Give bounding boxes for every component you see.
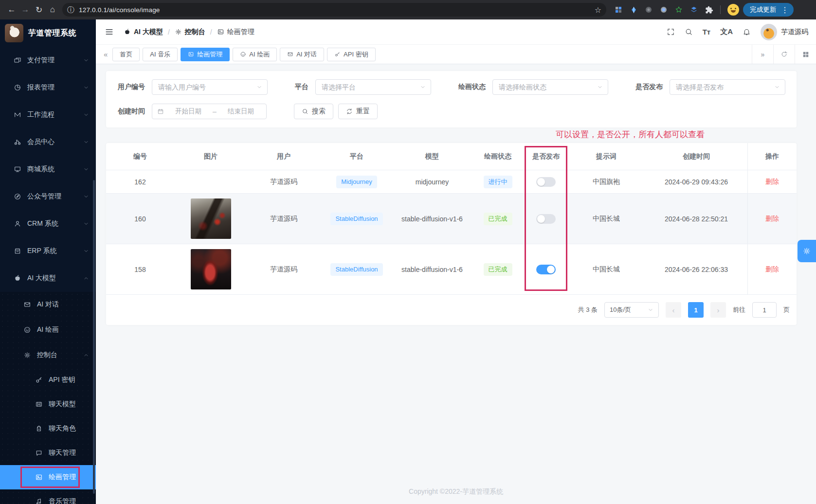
sidebar-scrollbar[interactable] [93,180,95,494]
fullscreen-icon[interactable] [667,28,675,36]
sidebar-item-image-manage[interactable]: 绘画管理 [0,465,96,489]
forward-icon[interactable]: → [18,3,32,17]
cell-created: 2024-06-29 09:43:26 [645,178,747,186]
cell-created: 2024-06-26 22:06:33 [645,266,747,273]
delete-button[interactable]: 删除 [765,178,779,186]
ext-kite-icon[interactable] [629,5,638,14]
cell-id: 162 [106,178,174,186]
tab-ai-chat[interactable]: AI 对话 [280,48,324,61]
tab-image-manage[interactable]: 绘画管理 [181,48,230,61]
refresh-tab-icon[interactable] [773,45,795,64]
reload-icon[interactable]: ↻ [32,3,46,17]
current-page-button[interactable]: 1 [688,302,704,318]
sidebar-item-chat-role[interactable]: 聊天角色 [0,416,96,441]
tab-ai-music[interactable]: AI 音乐 [143,48,178,61]
create-time-range-picker[interactable]: 开始日期 – 结束日期 [152,104,267,119]
ext-grid-icon[interactable] [614,5,623,14]
sidebar-item-ai-model[interactable]: AI 大模型 [0,265,96,292]
layout-grid-icon[interactable] [795,45,816,64]
sidebar-item-workflow[interactable]: 工作流程 [0,101,96,128]
home-icon[interactable]: ⌂ [46,3,59,17]
breadcrumb-console[interactable]: 控制台 [175,28,205,36]
site-info-icon[interactable]: ⓘ [67,5,74,15]
row-image-thumbnail[interactable] [191,249,231,289]
page-size-select[interactable]: 10条/页 [604,302,659,318]
col-user: 用户 [247,152,320,161]
end-date-placeholder: 结束日期 [220,107,261,116]
chat-bubble-icon [35,449,43,457]
cell-user: 芋道源码 [247,215,320,223]
chevron-down-icon [597,84,603,90]
sidebar-item-chat-model[interactable]: 聊天模型 [0,392,96,416]
chevron-down-icon [83,112,89,118]
user-id-select[interactable] [152,79,268,95]
breadcrumb-ai-model[interactable]: AI 大模型 [124,28,163,36]
cell-prompt: 中国长城 [567,215,645,223]
sidebar-item-console[interactable]: 控制台 [0,342,96,368]
platform-input[interactable] [322,83,420,91]
draw-status-input[interactable] [499,83,597,91]
publish-toggle[interactable] [536,265,556,274]
row-image-thumbnail[interactable] [191,198,231,239]
total-count: 共 3 条 [578,306,598,314]
tabs-scroll-right-icon[interactable]: » [752,45,773,64]
publish-select[interactable] [670,79,785,95]
tab-home[interactable]: 首页 [112,48,140,61]
tab-api-key[interactable]: API 密钥 [327,48,376,61]
chevron-down-icon [83,166,89,172]
ext-star-icon[interactable] [674,5,683,14]
sidebar-item-crm[interactable]: CRM 系统 [0,210,96,237]
tab-ai-draw[interactable]: AI 绘画 [233,48,277,61]
ext-layers-icon[interactable] [689,5,698,14]
sidebar-item-member[interactable]: 会员中心 [0,128,96,156]
pie-chart-icon [14,84,21,91]
language-icon[interactable]: 文A [720,27,733,36]
settings-fab-button[interactable] [798,240,816,262]
search-button[interactable]: 搜索 [294,104,333,119]
publish-toggle[interactable] [536,177,556,187]
user-name: 芋道源码 [781,28,808,36]
page-unit-label: 页 [783,306,790,314]
user-menu[interactable]: 芋道源码 [761,24,808,40]
sidebar-item-chat-manage[interactable]: 聊天管理 [0,441,96,465]
goto-page-input[interactable] [752,302,777,318]
delete-button[interactable]: 删除 [765,265,779,274]
sidebar-item-api-key[interactable]: API 密钥 [0,368,96,392]
back-icon[interactable]: ← [5,3,18,17]
extensions-puzzle-icon[interactable] [705,5,713,14]
font-size-icon[interactable]: Tᴛ [703,28,711,36]
sidebar-item-mall[interactable]: 商城系统 [0,156,96,183]
update-button[interactable]: 完成更新 ⋮ [743,3,794,17]
chevron-down-icon [648,307,653,313]
refresh-icon [346,108,353,115]
next-page-button[interactable]: › [710,302,726,318]
search-icon[interactable] [685,28,693,36]
browser-profile-avatar[interactable] [727,4,739,16]
prev-page-button[interactable]: ‹ [666,302,681,318]
sidebar-item-official-account[interactable]: 公众号管理 [0,183,96,210]
sidebar-item-ai-draw[interactable]: AI 绘画 [0,317,96,342]
platform-select[interactable] [315,79,431,95]
menu-collapse-icon[interactable] [103,25,116,38]
ext-circle-blue-icon[interactable] [659,5,668,14]
draw-status-select[interactable] [492,79,608,95]
user-icon [14,220,21,228]
bookmark-star-icon[interactable]: ☆ [595,5,601,15]
user-id-input[interactable] [158,83,256,91]
sidebar-item-ai-chat[interactable]: AI 对话 [0,292,96,317]
calendar-icon [157,108,164,115]
sidebar-item-report[interactable]: 报表管理 [0,74,96,101]
delete-button[interactable]: 删除 [765,215,779,223]
address-bar[interactable]: ⓘ 127.0.0.1/ai/console/image ☆ [62,3,606,17]
tabs-scroll-left-icon[interactable]: « [100,50,111,58]
reset-button[interactable]: 重置 [338,104,378,119]
sidebar-item-erp[interactable]: ERP 系统 [0,237,96,265]
browser-menu-icon[interactable]: ⋮ [779,5,791,15]
sidebar-item-payment[interactable]: 支付管理 [0,47,96,74]
notification-bell-icon[interactable] [743,28,751,36]
table-row: 158 芋道源码 StableDiffusion stable-diffusio… [106,244,797,295]
sidebar-item-music-manage[interactable]: 音乐管理 [0,489,96,504]
publish-input[interactable] [676,83,774,91]
ext-circle-dark-icon[interactable] [644,5,653,14]
publish-toggle[interactable] [536,214,556,224]
